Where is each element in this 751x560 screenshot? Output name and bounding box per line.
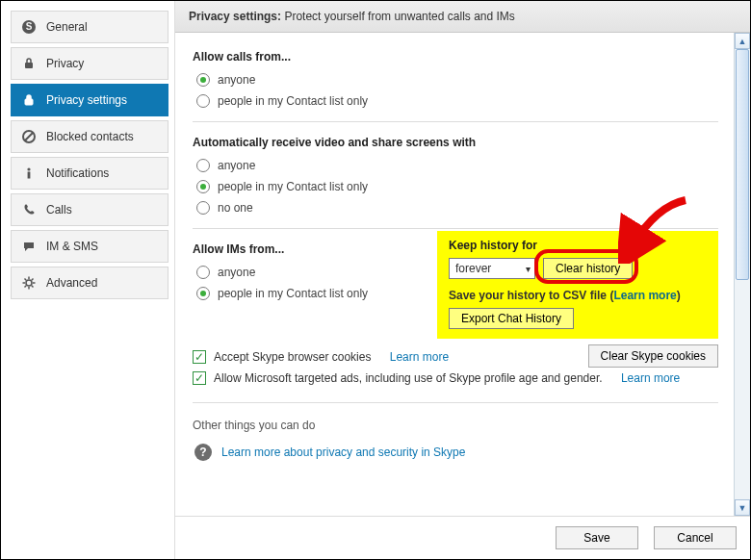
radio-video-anyone[interactable]: [196, 159, 210, 172]
main-panel: Allow calls from... anyone people in my …: [175, 33, 734, 516]
skype-icon: S: [21, 19, 37, 35]
svg-rect-2: [25, 63, 33, 68]
history-highlight-box: Keep history for forever ▾ Clear history: [437, 231, 718, 339]
sidebar-item-calls[interactable]: Calls: [11, 193, 168, 226]
radio-calls-contacts-only[interactable]: [196, 94, 210, 108]
section-calls-title: Allow calls from...: [193, 46, 718, 69]
chevron-down-icon: ▾: [526, 264, 531, 274]
privacy-security-learn-more-link[interactable]: Learn more about privacy and security in…: [221, 445, 465, 459]
clear-skype-cookies-button[interactable]: Clear Skype cookies: [588, 344, 718, 368]
radio-ims-anyone[interactable]: [196, 266, 210, 279]
svg-line-15: [32, 279, 34, 281]
radio-label: people in my Contact list only: [218, 287, 368, 300]
lock-icon: [21, 56, 37, 71]
radio-video-no-one[interactable]: [196, 201, 210, 215]
svg-line-16: [25, 286, 27, 288]
content-header: Privacy settings: Protect yourself from …: [175, 1, 750, 33]
export-chat-history-button[interactable]: Export Chat History: [449, 308, 574, 329]
checkbox-label: Allow Microsoft targeted ads, including …: [214, 371, 603, 385]
svg-line-5: [25, 133, 33, 140]
svg-point-6: [27, 167, 30, 170]
radio-label: anyone: [218, 159, 255, 172]
blocked-icon: [21, 129, 37, 144]
sidebar-item-label: Blocked contacts: [46, 130, 134, 143]
learn-more-link[interactable]: Learn more: [390, 350, 449, 364]
checkbox-targeted-ads[interactable]: ✓: [193, 371, 206, 385]
radio-label: anyone: [218, 73, 255, 87]
divider: [193, 228, 718, 229]
checkbox-accept-cookies[interactable]: ✓: [193, 350, 206, 364]
gear-icon: [21, 275, 37, 291]
select-value: forever: [455, 262, 491, 275]
clear-history-button[interactable]: Clear history: [543, 258, 633, 279]
sidebar: S General Privacy Privacy settings: [1, 1, 174, 559]
radio-label: people in my Contact list only: [218, 94, 368, 108]
svg-point-8: [26, 280, 32, 286]
sidebar-item-label: Notifications: [46, 166, 109, 180]
header-title-bold: Privacy settings:: [189, 10, 281, 23]
scroll-up-button[interactable]: ▲: [735, 33, 750, 49]
radio-calls-anyone[interactable]: [196, 73, 210, 87]
sidebar-item-label: Advanced: [46, 276, 97, 290]
scroll-thumb[interactable]: [736, 49, 749, 280]
lock-icon: [21, 92, 37, 108]
sidebar-item-privacy[interactable]: Privacy: [11, 47, 168, 80]
chat-icon: [21, 239, 37, 254]
learn-more-link[interactable]: Learn more: [621, 371, 680, 385]
history-duration-select[interactable]: forever ▾: [449, 258, 535, 279]
svg-line-13: [25, 279, 27, 281]
learn-more-link[interactable]: Learn more: [613, 289, 676, 302]
sidebar-item-label: General: [46, 20, 88, 34]
keep-history-title: Keep history for: [449, 239, 709, 252]
section-ims-title: Allow IMs from...: [193, 239, 418, 262]
vertical-scrollbar[interactable]: ▲ ▼: [734, 33, 750, 516]
svg-rect-3: [25, 99, 33, 105]
scroll-down-button[interactable]: ▼: [735, 499, 750, 516]
phone-icon: [21, 202, 37, 217]
divider: [193, 121, 718, 122]
radio-label: people in my Contact list only: [218, 180, 368, 193]
header-title-rest: Protect yourself from unwanted calls and…: [284, 10, 514, 23]
info-icon: [21, 165, 37, 181]
radio-label: anyone: [218, 266, 255, 279]
footer: Save Cancel: [175, 516, 750, 559]
sidebar-item-advanced[interactable]: Advanced: [11, 267, 168, 299]
svg-rect-7: [28, 172, 31, 179]
radio-ims-contacts-only[interactable]: [196, 287, 210, 300]
sidebar-item-notifications[interactable]: Notifications: [11, 157, 168, 190]
checkbox-label: Accept Skype browser cookies: [214, 350, 371, 364]
sidebar-item-im-sms[interactable]: IM & SMS: [11, 230, 168, 263]
sidebar-item-label: Privacy settings: [46, 93, 127, 107]
save-history-text: Save your history to CSV file (Learn mor…: [449, 289, 709, 302]
sidebar-item-label: Privacy: [46, 57, 84, 70]
save-button[interactable]: Save: [556, 526, 638, 549]
radio-label: no one: [218, 201, 253, 215]
sidebar-item-label: IM & SMS: [46, 240, 98, 253]
sidebar-item-label: Calls: [46, 203, 72, 216]
divider: [193, 402, 718, 403]
scroll-track[interactable]: [735, 49, 750, 499]
cancel-button[interactable]: Cancel: [654, 526, 737, 549]
svg-text:S: S: [26, 21, 33, 32]
section-video-title: Automatically receive video and share sc…: [193, 132, 718, 155]
help-icon: ?: [194, 444, 212, 461]
sidebar-item-general[interactable]: S General: [11, 11, 168, 43]
other-things-title: Other things you can do: [193, 413, 718, 438]
svg-line-14: [32, 286, 34, 288]
sidebar-item-privacy-settings[interactable]: Privacy settings: [11, 84, 168, 116]
radio-video-contacts-only[interactable]: [196, 180, 210, 193]
sidebar-item-blocked-contacts[interactable]: Blocked contacts: [11, 120, 168, 153]
